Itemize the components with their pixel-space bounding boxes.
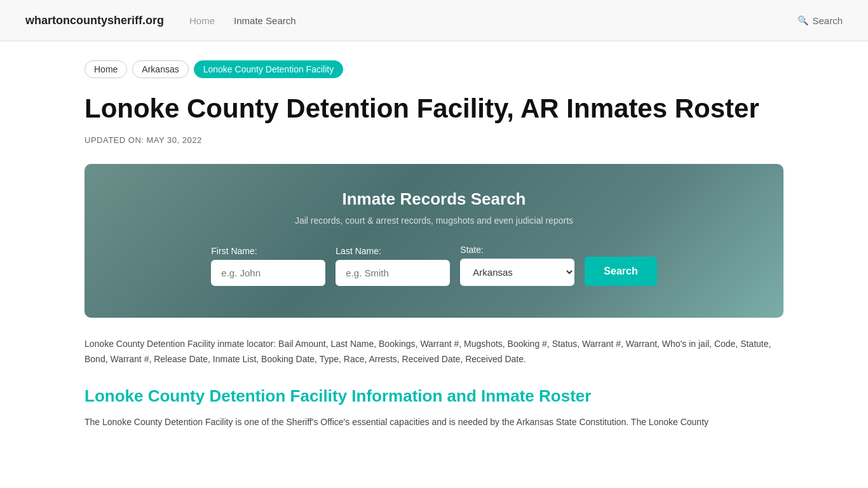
breadcrumb-current[interactable]: Lonoke County Detention Facility — [194, 60, 343, 78]
state-label: State: — [460, 245, 484, 255]
breadcrumb-arkansas[interactable]: Arkansas — [132, 60, 188, 78]
nav-home[interactable]: Home — [189, 15, 215, 26]
header: whartoncountysheriff.org Home Inmate Sea… — [0, 0, 868, 41]
last-name-group: Last Name: — [336, 246, 450, 286]
info-section-heading: Lonoke County Detention Facility Informa… — [85, 386, 783, 406]
search-section-subtitle: Jail records, court & arrest records, mu… — [123, 215, 745, 226]
main-nav: Home Inmate Search 🔍 Search — [189, 15, 843, 26]
search-section-title: Inmate Records Search — [123, 189, 745, 209]
last-name-label: Last Name: — [336, 246, 381, 256]
main-content: Home Arkansas Lonoke County Detention Fa… — [59, 41, 809, 456]
updated-date-value: MAY 30, 2022 — [147, 135, 202, 145]
nav-inmate-search[interactable]: Inmate Search — [234, 15, 296, 26]
page-title: Lonoke County Detention Facility, AR Inm… — [85, 93, 783, 124]
breadcrumb: Home Arkansas Lonoke County Detention Fa… — [85, 60, 783, 78]
search-section: Inmate Records Search Jail records, cour… — [85, 164, 783, 318]
last-name-input[interactable] — [336, 260, 450, 286]
state-group: State: Arkansas Alabama Alaska Arizona C… — [460, 245, 574, 286]
first-name-label: First Name: — [211, 246, 257, 256]
updated-prefix: UPDATED ON: — [85, 135, 144, 145]
nav-search-label: Search — [812, 15, 843, 26]
site-title: whartoncountysheriff.org — [25, 14, 164, 27]
description: Lonoke County Detention Facility inmate … — [85, 337, 783, 367]
search-icon: 🔍 — [797, 15, 808, 25]
first-name-input[interactable] — [211, 260, 325, 286]
state-select[interactable]: Arkansas Alabama Alaska Arizona Californ… — [460, 259, 574, 286]
updated-date: UPDATED ON: MAY 30, 2022 — [85, 135, 783, 145]
first-name-group: First Name: — [211, 246, 325, 286]
breadcrumb-home[interactable]: Home — [85, 60, 127, 78]
search-button[interactable]: Search — [585, 257, 656, 286]
info-section-body: The Lonoke County Detention Facility is … — [85, 415, 783, 430]
search-form: First Name: Last Name: State: Arkansas A… — [123, 245, 745, 286]
nav-search[interactable]: 🔍 Search — [797, 15, 843, 26]
